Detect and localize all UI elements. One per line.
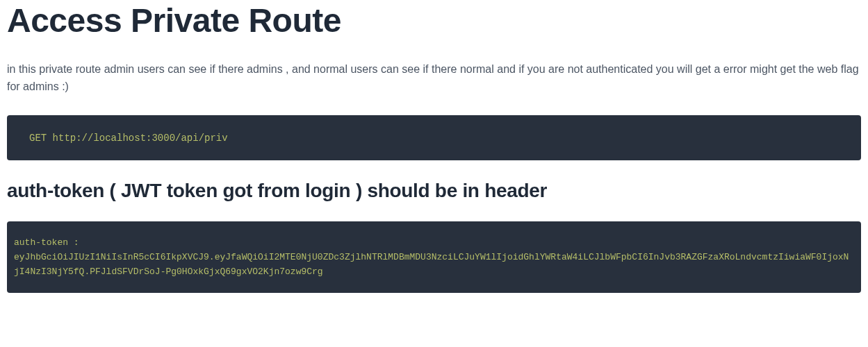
auth-token-value: auth-token : eyJhbGciOiJIUzI1NiIsInR5cCI… [14,237,849,277]
auth-token-heading: auth-token ( JWT token got from login ) … [7,180,861,202]
token-code-block: auth-token : eyJhbGciOiJIUzI1NiIsInR5cCI… [7,221,861,293]
route-description: in this private route admin users can se… [7,61,861,96]
request-code-block: GET http://localhost:3000/api/priv [7,115,861,160]
page-title: Access Private Route [7,0,861,42]
request-line: GET http://localhost:3000/api/priv [29,133,228,144]
